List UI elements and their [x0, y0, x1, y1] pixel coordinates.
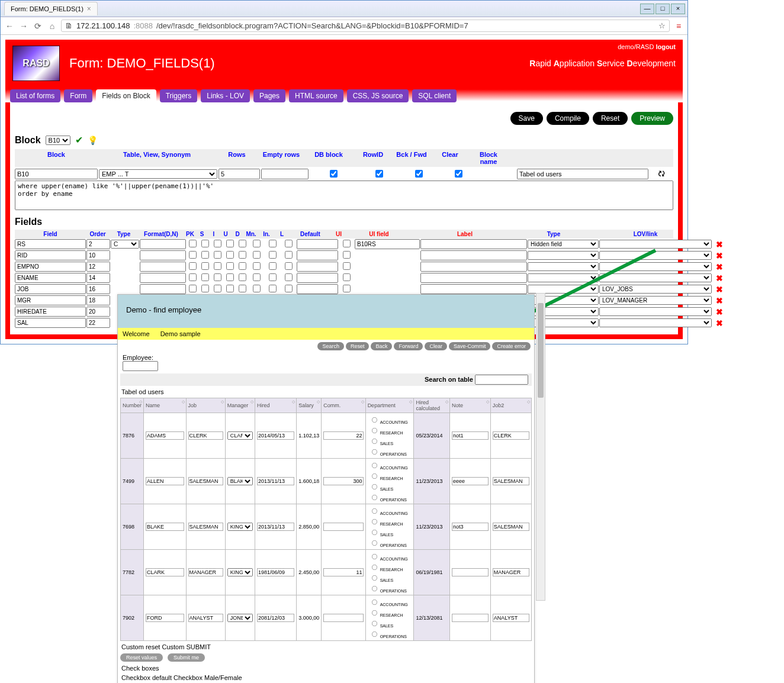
preview-action-button[interactable]: Forward	[394, 342, 423, 344]
d-checkbox[interactable]	[239, 285, 246, 292]
field-format-input[interactable]	[140, 273, 186, 283]
type-select[interactable]	[528, 273, 599, 282]
type-select[interactable]	[528, 262, 599, 271]
d-checkbox[interactable]	[239, 240, 246, 247]
bulb-icon[interactable]: 💡	[88, 136, 98, 145]
label-input[interactable]	[420, 273, 527, 283]
d-checkbox[interactable]	[239, 251, 246, 259]
minimize-icon[interactable]: —	[640, 4, 654, 14]
in-checkbox[interactable]	[269, 251, 277, 259]
i-checkbox[interactable]	[214, 262, 221, 270]
field-format-input[interactable]	[140, 250, 186, 260]
u-checkbox[interactable]	[226, 251, 234, 259]
lov-select[interactable]	[599, 318, 712, 327]
preview-action-button[interactable]: Back	[371, 342, 392, 344]
type-select[interactable]: Hidden field	[528, 240, 599, 249]
ui-checkbox[interactable]	[343, 251, 351, 259]
field-name-input[interactable]	[15, 262, 86, 272]
lov-select[interactable]	[599, 251, 712, 260]
type-select[interactable]	[528, 285, 599, 294]
block-rows-input[interactable]	[219, 169, 260, 179]
delete-icon[interactable]: ✖	[712, 285, 727, 294]
default-input[interactable]	[297, 273, 338, 283]
l-checkbox[interactable]	[285, 273, 293, 281]
delete-icon[interactable]: ✖	[712, 307, 727, 317]
sql-textarea[interactable]	[15, 181, 673, 210]
lov-select[interactable]	[599, 240, 712, 249]
in-checkbox[interactable]	[269, 262, 277, 270]
lov-select[interactable]: LOV_JOBS	[599, 285, 712, 294]
lov-select[interactable]	[599, 262, 712, 271]
lov-select[interactable]	[599, 273, 712, 282]
delete-icon[interactable]: ✖	[712, 240, 727, 249]
nav-tab-list-of-forms[interactable]: List of forms	[10, 89, 60, 102]
block-name-input[interactable]	[517, 169, 648, 179]
field-format-input[interactable]	[140, 239, 186, 249]
label-input[interactable]	[420, 284, 527, 294]
default-input[interactable]	[297, 250, 338, 260]
preview-button[interactable]: Preview	[631, 112, 673, 125]
mn-checkbox[interactable]	[253, 240, 261, 247]
l-checkbox[interactable]	[285, 285, 293, 292]
delete-icon[interactable]: ✖	[712, 262, 727, 272]
db-block-checkbox[interactable]	[330, 170, 338, 178]
delete-icon[interactable]: ✖	[712, 251, 727, 260]
mn-checkbox[interactable]	[253, 273, 261, 281]
s-checkbox[interactable]	[201, 285, 209, 292]
label-input[interactable]	[420, 250, 527, 260]
field-name-input[interactable]	[15, 239, 86, 249]
preview-tab[interactable]: Demo sample	[160, 330, 201, 337]
mn-checkbox[interactable]	[253, 262, 261, 270]
preview-action-button[interactable]: Reset	[346, 342, 369, 344]
nav-tab-css-js-source[interactable]: CSS, JS source	[347, 89, 409, 102]
nav-tab-html-source[interactable]: HTML source	[289, 89, 343, 102]
browser-tab[interactable]: Form: DEMO_FIELDS(1) ×	[4, 2, 98, 15]
logout-link[interactable]: logout	[656, 43, 676, 50]
s-checkbox[interactable]	[201, 251, 209, 259]
d-checkbox[interactable]	[239, 262, 246, 270]
i-checkbox[interactable]	[214, 240, 221, 247]
field-order-input[interactable]	[86, 295, 110, 305]
i-checkbox[interactable]	[214, 251, 221, 259]
default-input[interactable]	[297, 262, 338, 272]
lov-select[interactable]	[599, 307, 712, 316]
field-name-input[interactable]	[15, 295, 86, 305]
delete-icon[interactable]: ✖	[712, 273, 727, 283]
refresh-icon[interactable]: 🗘	[650, 170, 673, 178]
s-checkbox[interactable]	[201, 262, 209, 270]
menu-icon[interactable]: ≡	[673, 21, 684, 31]
ui-checkbox[interactable]	[343, 285, 351, 292]
lov-select[interactable]: LOV_MANAGER	[599, 296, 712, 305]
reload-icon[interactable]: ⟳	[33, 21, 43, 31]
reset-button[interactable]: Reset	[593, 112, 628, 125]
compile-button[interactable]: Compile	[547, 112, 589, 125]
label-input[interactable]	[420, 262, 527, 272]
field-order-input[interactable]	[86, 250, 110, 260]
field-order-input[interactable]	[86, 318, 110, 328]
preview-scrollbar[interactable]	[536, 293, 545, 344]
ui-checkbox[interactable]	[343, 240, 351, 247]
delete-icon[interactable]: ✖	[712, 318, 727, 328]
field-order-input[interactable]	[86, 284, 110, 294]
preview-action-button[interactable]: Create error	[492, 342, 531, 344]
ui-checkbox[interactable]	[343, 262, 351, 270]
preview-action-button[interactable]: Clear	[425, 342, 447, 344]
u-checkbox[interactable]	[226, 273, 234, 281]
nav-tab-fields-on-block[interactable]: Fields on Block	[96, 89, 156, 102]
uifield-input[interactable]	[355, 239, 420, 249]
s-checkbox[interactable]	[201, 240, 209, 247]
default-input[interactable]	[297, 284, 338, 294]
field-order-input[interactable]	[86, 239, 110, 249]
block-select[interactable]: B10	[46, 136, 70, 145]
field-order-input[interactable]	[86, 262, 110, 272]
close-window-icon[interactable]: ×	[671, 4, 685, 14]
pk-checkbox[interactable]	[189, 262, 197, 270]
bckfwd-checkbox[interactable]	[415, 170, 423, 178]
preview-action-button[interactable]: Search	[317, 342, 344, 344]
nav-tab-form[interactable]: Form	[64, 89, 92, 102]
home-icon[interactable]: ⌂	[47, 21, 57, 31]
url-bar[interactable]: 🗎 172.21.100.148:8088/dev/!rasdc_fieldso…	[61, 20, 670, 32]
forward-icon[interactable]: →	[18, 21, 29, 31]
maximize-icon[interactable]: □	[656, 4, 670, 14]
i-checkbox[interactable]	[214, 285, 221, 292]
